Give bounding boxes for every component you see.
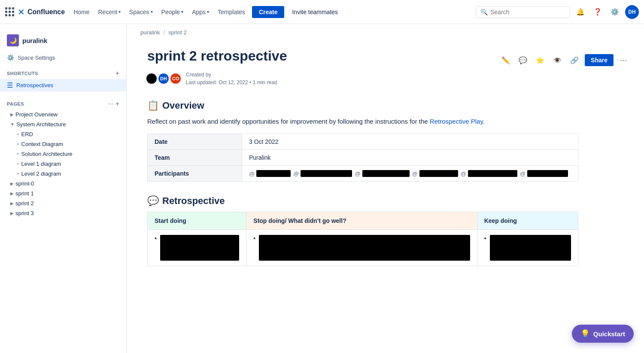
grid-menu-icon[interactable] xyxy=(5,7,14,16)
nav-templates[interactable]: Templates xyxy=(214,6,249,18)
space-settings-link[interactable]: ⚙️ Space Settings xyxy=(0,52,126,66)
pages-actions: ··· + xyxy=(108,100,119,108)
add-shortcut-button[interactable]: + xyxy=(115,70,119,77)
quickstart-button[interactable]: 💡 Quickstart xyxy=(572,325,634,343)
keep-doing-header: Keep doing xyxy=(477,212,578,230)
help-icon[interactable]: ❓ xyxy=(591,5,605,19)
avatar-co: CO xyxy=(170,73,182,85)
quickstart-icon: 💡 xyxy=(580,329,590,338)
participants-label: Participants xyxy=(148,166,242,182)
retrospectives-icon: ☰ xyxy=(7,81,13,89)
breadcrumb-parent[interactable]: puralink xyxy=(140,29,160,36)
bullet-icon: • xyxy=(17,152,19,156)
participant-tag-6 xyxy=(527,170,568,177)
retro-header-row: Start doing Stop doing/ What didn't go w… xyxy=(148,212,578,230)
overview-heading: 📋 Overview xyxy=(147,100,578,111)
table-row-team: Team Puralink xyxy=(148,150,578,166)
stop-doing-header: Stop doing/ What didn't go well? xyxy=(246,212,477,230)
more-options-button[interactable]: ··· xyxy=(617,54,630,67)
bullet-icon: • xyxy=(155,235,157,242)
retro-row: • • • xyxy=(148,230,578,266)
participant-tag-1 xyxy=(256,170,291,177)
arrow-icon: ▶ xyxy=(10,191,14,196)
tree-item-erd[interactable]: • ERD xyxy=(3,129,126,139)
last-updated: Last updated: Oct 12, 2022 • 1 min read xyxy=(186,79,277,86)
tree-label-system-architecture: System Architecture xyxy=(16,121,66,128)
invite-teammates-button[interactable]: Invite teammates xyxy=(288,6,342,18)
notifications-icon[interactable]: 🔔 xyxy=(574,5,587,19)
quickstart-label: Quickstart xyxy=(593,330,625,338)
team-value: Puralink xyxy=(242,150,578,166)
date-value: 3 Oct 2022 xyxy=(242,134,578,150)
space-name: puralink xyxy=(22,37,47,44)
keep-doing-content xyxy=(490,235,571,261)
sidebar: 🌙 puralink ⚙️ Space Settings SHORTCUTS +… xyxy=(0,24,127,353)
participant-tag-4 xyxy=(419,170,458,177)
info-table: Date 3 Oct 2022 Team Puralink Participan… xyxy=(147,134,578,182)
space-icon: 🌙 xyxy=(7,34,19,46)
page-content: sprint 2 retrospective DH CO Created by … xyxy=(127,41,599,287)
created-by-label: Created by xyxy=(186,71,277,79)
nav-recent[interactable]: Recent▾ xyxy=(94,6,124,18)
tree-item-system-architecture[interactable]: ▼ System Architecture xyxy=(0,119,126,129)
nav-apps[interactable]: Apps▾ xyxy=(188,6,213,18)
tree-item-sprint1[interactable]: ▶ sprint 1 xyxy=(0,189,126,198)
tree-item-project-overview[interactable]: ▶ Project Overview xyxy=(0,110,126,119)
bullet-icon: • xyxy=(253,235,255,242)
participant-list: @ @ @ @ xyxy=(249,170,571,177)
retrospectives-label: Retrospectives xyxy=(16,82,53,88)
tree-item-sprint2[interactable]: ▶ sprint 2 xyxy=(0,198,126,208)
search-box[interactable]: 🔍 xyxy=(476,6,570,18)
participant-tag-5 xyxy=(468,170,517,177)
tree-item-level1-diagram[interactable]: • Level 1 diagram xyxy=(3,159,126,169)
user-avatar[interactable]: DH xyxy=(625,5,639,19)
main-layout: 🌙 puralink ⚙️ Space Settings SHORTCUTS +… xyxy=(0,24,644,353)
nav-home[interactable]: Home xyxy=(70,6,93,18)
shortcuts-section: SHORTCUTS + xyxy=(0,66,126,79)
participant-tag-3 xyxy=(362,170,410,177)
avatar-dh: DH xyxy=(158,73,170,85)
topnav-right: 🔍 🔔 ❓ ⚙️ DH xyxy=(476,5,639,19)
retro-table-body: • • • xyxy=(148,230,578,266)
start-doing-header: Start doing xyxy=(148,212,246,230)
bullet-icon: • xyxy=(17,132,19,137)
bullet-icon: • xyxy=(17,142,19,146)
create-button[interactable]: Create xyxy=(252,6,285,18)
pages-more-button[interactable]: ··· xyxy=(108,100,113,108)
tree-item-level2-diagram[interactable]: • Level 2 diagram xyxy=(3,169,126,179)
tree-item-sprint3[interactable]: ▶ sprint 3 xyxy=(0,208,126,218)
sidebar-space: 🌙 puralink xyxy=(0,31,126,50)
team-label: Team xyxy=(148,150,242,166)
overview-emoji: 📋 xyxy=(147,100,159,111)
tree-item-solution-architecture[interactable]: • Solution Architecture xyxy=(3,149,126,159)
search-icon: 🔍 xyxy=(480,9,488,15)
bullet-icon: • xyxy=(484,235,486,242)
tree-item-context-diagram[interactable]: • Context Diagram xyxy=(3,139,126,149)
logo[interactable]: ✕ Confluence xyxy=(18,7,65,17)
page-title: sprint 2 retrospective xyxy=(147,48,578,64)
start-doing-content xyxy=(160,235,239,261)
tree-label-project-overview: Project Overview xyxy=(15,111,58,118)
tree-label-sprint3: sprint 3 xyxy=(15,210,34,216)
retrospective-heading: 💬 Retrospective xyxy=(147,195,578,207)
tree-label-level2: Level 2 diagram xyxy=(21,170,61,177)
settings-icon[interactable]: ⚙️ xyxy=(608,5,622,19)
search-input[interactable] xyxy=(490,9,565,15)
nav-spaces[interactable]: Spaces▾ xyxy=(126,6,156,18)
tree-label-sprint0: sprint-0 xyxy=(15,180,34,187)
page-header-area: puralink / sprint 2 ✏️ 💬 ⭐ 👁️ 🔗 Share ··… xyxy=(127,24,644,41)
retro-table-header: Start doing Stop doing/ What didn't go w… xyxy=(148,212,578,230)
arrow-icon: ▶ xyxy=(10,112,14,117)
breadcrumb-separator: / xyxy=(164,29,165,36)
space-settings-label: Space Settings xyxy=(18,55,55,61)
arrow-icon: ▶ xyxy=(10,201,14,206)
add-page-button[interactable]: + xyxy=(115,100,119,108)
tree-item-sprint0[interactable]: ▶ sprint-0 xyxy=(0,179,126,189)
nav-people[interactable]: People▾ xyxy=(158,6,187,18)
retrospective-table: Start doing Stop doing/ What didn't go w… xyxy=(147,212,578,266)
tree-label-sprint1: sprint 1 xyxy=(15,190,34,197)
author-avatars: DH CO xyxy=(147,73,182,85)
retrospective-play-link[interactable]: Retrospective Play xyxy=(430,118,483,125)
tree-label-erd: ERD xyxy=(21,131,33,137)
sidebar-item-retrospectives[interactable]: ☰ Retrospectives xyxy=(0,79,126,91)
